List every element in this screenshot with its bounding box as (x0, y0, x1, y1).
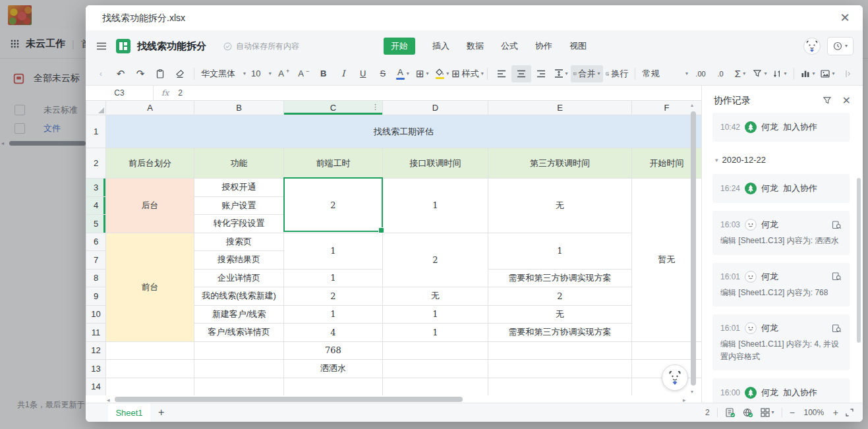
history-button[interactable]: ▾ (827, 37, 854, 55)
view-record-icon[interactable] (832, 272, 842, 281)
col-header-E[interactable]: E (488, 101, 632, 115)
cell-D3[interactable]: 1 (383, 179, 488, 233)
cell-C13[interactable]: 洒洒水 (284, 360, 383, 378)
scroll-up-icon[interactable]: ▴ (691, 102, 693, 108)
filter-icon[interactable]: ▾ (750, 65, 770, 82)
col-header-A[interactable]: A (106, 101, 194, 115)
network-status-icon[interactable] (743, 408, 753, 418)
panel-filter-icon[interactable] (823, 96, 832, 105)
italic-icon[interactable]: I (333, 65, 353, 82)
zoom-out-button[interactable]: − (790, 407, 795, 418)
view-record-icon[interactable] (832, 220, 842, 230)
tab-formula[interactable]: 公式 (501, 40, 518, 52)
cell-B8[interactable]: 企业详情页 (194, 269, 284, 287)
vertical-scrollbar[interactable]: ▴ ▾ (690, 102, 697, 395)
align-left-icon[interactable] (492, 65, 511, 82)
row-header-5[interactable]: 5 (86, 215, 106, 233)
format-painter-icon[interactable] (170, 65, 190, 82)
increase-decimal-icon[interactable]: .00 (691, 65, 710, 82)
align-right-icon[interactable] (531, 65, 551, 82)
tab-collab[interactable]: 协作 (535, 40, 552, 52)
cell-E11[interactable]: 需要和第三方协调实现方案 (488, 324, 632, 342)
select-all-corner[interactable] (86, 101, 106, 115)
cell-C10[interactable]: 1 (284, 305, 383, 324)
cell-E8[interactable]: 需要和第三方协调实现方案 (488, 269, 632, 287)
cell-A1-title[interactable]: 找线索工期评估 (106, 115, 702, 148)
cell-B9[interactable]: 我的线索(线索新建) (194, 287, 284, 306)
row-header-1[interactable]: 1 (86, 115, 106, 148)
row-header-2[interactable]: 2 (86, 148, 106, 179)
zoom-in-button[interactable]: + (833, 407, 838, 418)
collapse-toolbar-icon[interactable]: ‹ (91, 65, 111, 82)
more-tools-icon[interactable] (838, 65, 857, 82)
cell[interactable] (383, 360, 488, 378)
strikethrough-icon[interactable]: S (373, 65, 393, 82)
cell-D2[interactable]: 接口联调时间 (383, 148, 488, 179)
cell-B10[interactable]: 新建客户/线索 (194, 305, 284, 324)
col-header-C[interactable]: C⋮ (284, 101, 383, 115)
number-format-select[interactable]: 常规 ▾ (639, 65, 691, 82)
row-header-12[interactable]: 12 (86, 341, 106, 360)
font-increase-icon[interactable]: A+ (274, 65, 294, 82)
col-header-B[interactable]: B (194, 101, 284, 115)
cell-A6[interactable]: 前台 (106, 233, 194, 341)
zoom-level[interactable]: 100% (802, 408, 826, 417)
cell-C11[interactable]: 4 (284, 324, 383, 342)
scroll-down-icon[interactable]: ▾ (691, 389, 693, 395)
cell-E3[interactable]: 无 (488, 179, 632, 233)
cell-D9[interactable]: 无 (383, 287, 488, 306)
cell-B7[interactable]: 搜索结果页 (194, 251, 284, 270)
col-header-D[interactable]: D (383, 101, 488, 115)
cell-E6[interactable]: 1 (488, 233, 632, 269)
cell[interactable] (383, 378, 488, 395)
formula-input[interactable]: 2 (178, 88, 183, 98)
cell[interactable] (194, 341, 284, 360)
cell-C6[interactable]: 1 (284, 233, 383, 269)
wrap-text-icon[interactable]: 换行 (603, 65, 631, 82)
cell-B3[interactable]: 授权开通 (194, 179, 284, 197)
cell[interactable] (284, 378, 383, 395)
cell-B5[interactable]: 转化字段设置 (194, 215, 284, 233)
add-sheet-button[interactable]: + (158, 403, 164, 422)
view-record-icon[interactable] (832, 324, 842, 333)
row-header-3[interactable]: 3 (86, 179, 106, 197)
cell-B4[interactable]: 账户设置 (194, 196, 284, 215)
tab-start[interactable]: 开始 (384, 38, 415, 55)
chart-icon[interactable]: ▾ (798, 65, 818, 82)
cell-A2[interactable]: 前后台划分 (106, 148, 194, 179)
cell[interactable] (194, 360, 284, 378)
row-header-7[interactable]: 7 (86, 251, 106, 270)
row-header-14[interactable]: 14 (86, 378, 106, 395)
activity-entry[interactable]: 16:00 何龙 加入协作 (712, 378, 850, 403)
cell[interactable] (488, 360, 632, 378)
cell-C2[interactable]: 前端工时 (284, 148, 383, 179)
sum-icon[interactable]: Σ▾ (730, 65, 750, 82)
cell-A3[interactable]: 后台 (106, 179, 194, 233)
vertical-align-icon[interactable]: ▾ (551, 65, 571, 82)
cell-reference-box[interactable]: C3 (86, 86, 154, 100)
column-menu-icon[interactable]: ⋮ (372, 103, 379, 111)
cell[interactable] (194, 378, 284, 395)
activity-entry[interactable]: 16:24 何龙 加入协作 (712, 174, 850, 203)
row-header-11[interactable]: 11 (86, 324, 106, 342)
horizontal-scrollbar-thumb[interactable] (115, 397, 463, 402)
cell-B11[interactable]: 客户/线索详情页 (194, 324, 284, 342)
cell-D11[interactable]: 1 (383, 324, 488, 342)
sheet-tab[interactable]: Sheet1 (108, 403, 150, 422)
font-decrease-icon[interactable]: A− (294, 65, 314, 82)
cell-C8[interactable]: 1 (284, 269, 383, 287)
cell-C12[interactable]: 768 (284, 341, 383, 360)
vertical-scrollbar-thumb[interactable] (691, 111, 696, 386)
bold-icon[interactable]: B (314, 65, 333, 82)
font-size-select[interactable]: 10 ▾ (248, 65, 274, 82)
hamburger-menu-icon[interactable] (96, 42, 107, 50)
cell[interactable] (106, 360, 194, 378)
cell-C3[interactable]: 2 (284, 179, 383, 233)
cell-E2[interactable]: 第三方联调时间 (488, 148, 632, 179)
undo-icon[interactable]: ↶ (111, 65, 130, 82)
activity-entry[interactable]: 10:42 何龙 加入协作 (712, 113, 850, 142)
view-switch-icon[interactable]: ▾ (761, 408, 774, 417)
cell[interactable] (383, 341, 488, 360)
panel-close-icon[interactable]: ✕ (842, 94, 851, 107)
doc-synced-icon[interactable] (725, 408, 736, 418)
